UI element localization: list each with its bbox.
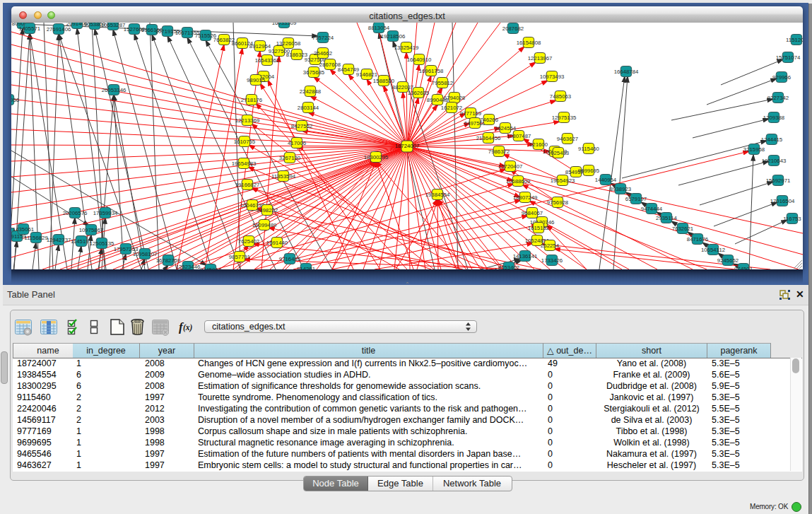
svg-text:27691406: 27691406 — [47, 26, 71, 33]
svg-text:20206576: 20206576 — [63, 210, 88, 216]
svg-text:3215958: 3215958 — [743, 146, 765, 153]
svg-text:1588520: 1588520 — [373, 78, 395, 84]
svg-text:989015: 989015 — [247, 77, 266, 83]
svg-text:3624554: 3624554 — [495, 125, 517, 132]
svg-text:9498222: 9498222 — [257, 207, 278, 214]
svg-text:9474444: 9474444 — [641, 206, 663, 212]
svg-text:10973493: 10973493 — [540, 74, 565, 80]
svg-text:2087682: 2087682 — [502, 25, 524, 32]
svg-text:1440954: 1440954 — [595, 177, 617, 183]
svg-text:12213369: 12213369 — [235, 117, 260, 124]
svg-text:9716485: 9716485 — [279, 256, 301, 262]
svg-text:11353594: 11353594 — [271, 173, 296, 180]
svg-text:1025433: 1025433 — [548, 150, 569, 156]
svg-text:8813054: 8813054 — [368, 25, 390, 31]
svg-text:7957224: 7957224 — [312, 35, 334, 41]
svg-text:17016504: 17016504 — [770, 198, 795, 204]
svg-text:15720407: 15720407 — [498, 163, 523, 170]
svg-text:7955812: 7955812 — [432, 80, 453, 86]
svg-text:18724007: 18724007 — [395, 143, 420, 149]
svg-text:1435061: 1435061 — [13, 226, 34, 233]
svg-text:10654112: 10654112 — [701, 247, 725, 253]
svg-text:12323446: 12323446 — [176, 264, 201, 269]
svg-text:1610755: 1610755 — [234, 139, 256, 145]
svg-text:12213967: 12213967 — [528, 55, 553, 62]
svg-text:252254: 252254 — [541, 243, 560, 249]
svg-text:16640910: 16640910 — [407, 57, 432, 63]
svg-text:14136141: 14136141 — [513, 253, 538, 259]
svg-text:18300295: 18300295 — [364, 154, 389, 160]
svg-text:12505135: 12505135 — [90, 240, 114, 247]
svg-text:16033309: 16033309 — [272, 23, 297, 26]
svg-text:9857791: 9857791 — [229, 254, 250, 260]
svg-text:1615132: 1615132 — [528, 225, 549, 231]
svg-text:929966: 929966 — [772, 74, 791, 81]
svg-text:9463627: 9463627 — [557, 136, 578, 142]
svg-text:19218506: 19218506 — [381, 33, 406, 40]
svg-text:1733426: 1733426 — [541, 257, 563, 264]
svg-text:16648784: 16648784 — [614, 69, 639, 75]
svg-text:9115460: 9115460 — [578, 146, 599, 152]
svg-text:(x): (x) — [183, 323, 193, 332]
svg-text:1691440: 1691440 — [266, 240, 288, 246]
svg-text:10653287: 10653287 — [101, 23, 126, 28]
svg-text:2803144: 2803144 — [298, 105, 319, 111]
svg-text:19654983: 19654983 — [232, 160, 257, 167]
svg-text:6794028: 6794028 — [444, 95, 465, 101]
svg-text:2661956: 2661956 — [11, 97, 19, 103]
svg-text:9227342: 9227342 — [767, 95, 789, 101]
svg-text:2242848: 2242848 — [300, 88, 321, 95]
svg-text:16099489: 16099489 — [252, 222, 277, 228]
svg-text:8427552: 8427552 — [291, 123, 312, 129]
svg-text:254662: 254662 — [314, 50, 332, 57]
svg-text:9245652: 9245652 — [717, 257, 739, 264]
svg-text:1151207: 1151207 — [786, 37, 803, 43]
svg-text:10210643: 10210643 — [762, 158, 787, 164]
svg-text:8153462: 8153462 — [498, 264, 519, 269]
svg-text:16782759: 16782759 — [156, 257, 181, 264]
svg-text:3675685: 3675685 — [303, 69, 325, 76]
svg-text:26053346: 26053346 — [102, 87, 126, 93]
svg-text:3267130: 3267130 — [279, 155, 301, 161]
svg-text:116753: 116753 — [783, 216, 801, 222]
svg-text:7632621: 7632621 — [672, 226, 693, 232]
svg-text:9777169: 9777169 — [460, 110, 481, 117]
svg-text:12975135: 12975135 — [552, 115, 577, 121]
svg-text:2935114: 2935114 — [656, 215, 677, 221]
svg-text:10958107: 10958107 — [133, 251, 158, 257]
svg-text:1621072: 1621072 — [441, 105, 462, 111]
svg-text:1145197: 1145197 — [71, 238, 92, 245]
svg-text:1244415: 1244415 — [761, 136, 783, 143]
svg-text:9699695: 9699695 — [578, 168, 600, 174]
svg-text:7485063: 7485063 — [550, 93, 571, 100]
svg-text:11156829: 11156829 — [24, 235, 48, 241]
svg-text:9146821: 9146821 — [356, 71, 377, 78]
svg-text:1362635: 1362635 — [408, 90, 430, 96]
svg-text:15692971: 15692971 — [766, 177, 791, 184]
svg-text:10688609: 10688609 — [506, 178, 531, 185]
svg-text:13325419: 13325419 — [394, 45, 419, 51]
svg-text:9684067: 9684067 — [522, 210, 543, 216]
svg-text:6579197: 6579197 — [625, 196, 647, 202]
svg-text:621600: 621600 — [529, 141, 548, 148]
svg-text:2718176: 2718176 — [241, 97, 262, 103]
svg-text:17359934: 17359934 — [93, 210, 118, 216]
svg-text:21364456: 21364456 — [476, 135, 501, 141]
svg-text:12942737: 12942737 — [47, 237, 71, 243]
svg-text:19384554: 19384554 — [425, 192, 450, 198]
svg-text:10975867: 10975867 — [79, 227, 104, 233]
svg-text:16543362: 16543362 — [255, 57, 280, 64]
svg-text:9756928: 9756928 — [547, 199, 568, 206]
svg-text:19166827: 19166827 — [235, 182, 260, 188]
svg-text:746266: 746266 — [480, 117, 498, 123]
svg-text:1405571: 1405571 — [19, 25, 40, 32]
svg-text:15751074: 15751074 — [776, 54, 801, 61]
svg-text:1209388: 1209388 — [763, 115, 784, 121]
svg-text:13226058: 13226058 — [276, 40, 301, 47]
svg-text:18807249: 18807249 — [513, 194, 538, 201]
svg-text:7986372: 7986372 — [488, 148, 510, 155]
svg-text:16961758: 16961758 — [419, 68, 444, 74]
svg-text:8471676: 8471676 — [687, 236, 708, 243]
svg-text:8938923: 8938923 — [610, 186, 631, 192]
svg-text:7625402: 7625402 — [238, 238, 259, 245]
